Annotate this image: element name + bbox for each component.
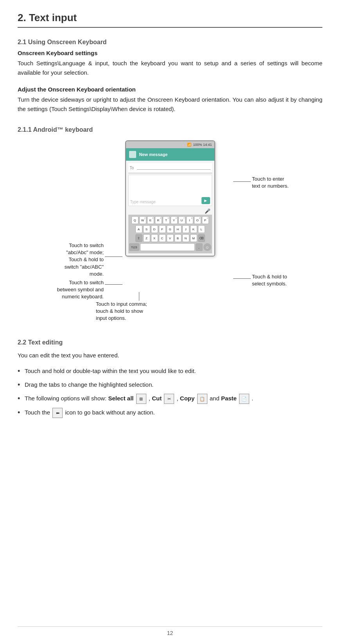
keyboard-settings-title: Onscreen Keyboard settings <box>18 50 322 56</box>
annotation-input-comma-text: Touch to input comma;touch & hold to sho… <box>96 301 147 321</box>
key-j: J <box>182 225 189 233</box>
section-2-2: 2.2 Text editing You can edit the text y… <box>18 339 322 418</box>
bullet-2: • <box>18 380 25 390</box>
bullet-3: • <box>18 394 25 404</box>
and-paste-label: and <box>210 395 221 402</box>
key-dot: . <box>196 243 203 251</box>
annotation-touch-enter-text: Touch to entertext or numbers. <box>252 176 289 189</box>
message-icon <box>129 151 136 158</box>
key-y: Y6 <box>171 216 178 224</box>
key-o: O9 <box>194 216 201 224</box>
copy-label: Copy <box>180 395 195 402</box>
mic-icon: 🎤 <box>205 208 210 214</box>
kb-row-3: ⇧ Z X C V B N M ⌫ <box>129 234 211 242</box>
message-area: Type message ▶ <box>128 175 212 206</box>
key-l: L <box>198 225 205 233</box>
page-title: 2. Text input <box>18 12 322 28</box>
key-m: M <box>190 234 197 242</box>
page-container: 2. Text input 2.1 Using Onscreen Keyboar… <box>0 0 340 644</box>
bullet-list: • Touch and hold or double-tap within th… <box>18 366 322 418</box>
bullet-1: • <box>18 366 25 376</box>
key-i: I8 <box>186 216 193 224</box>
annotation-switch-abc-text: Touch to switch"abc/Abc" mode;Touch & ho… <box>65 242 104 277</box>
annotation-line-enter <box>233 181 251 182</box>
adjust-orientation-subsection: Adjust the Onscreen Keyboard orientation… <box>18 86 322 114</box>
page-number: 12 <box>167 630 173 636</box>
key-space <box>140 243 195 251</box>
key-p: P0 <box>202 216 209 224</box>
select-all-icon: ⊞ <box>136 394 146 404</box>
back-icon: ⬅ <box>52 408 63 418</box>
keyboard-area: Q W2 E3 R4 T5 Y6 U7 I8 O9 P0 <box>128 215 212 253</box>
phone-titlebar: New message <box>126 148 214 161</box>
status-icons: 📶 <box>187 143 191 147</box>
keyboard-diagram-area: 📶 100% 14:41 New message To Type message <box>18 140 322 328</box>
adjust-orientation-body: Turn the device sideways or upright to a… <box>18 95 322 114</box>
annotation-switch-symbol-text: Touch to switchbetween symbol andnumeric… <box>57 280 104 300</box>
select-all-label: Select all <box>108 395 133 402</box>
battery-status: 100% 14:41 <box>193 143 212 147</box>
list-item-1: • Touch and hold or double-tap within th… <box>18 366 322 376</box>
annotation-touch-hold: Touch & hold toselect symbols. <box>252 273 315 287</box>
key-n: N <box>182 234 189 242</box>
section-2-1-1: 2.1.1 Android™ keyboard 📶 100% 14:41 New… <box>18 126 322 328</box>
cut-label: Cut <box>152 395 162 402</box>
copy-icon: 📋 <box>197 394 207 404</box>
annotation-line-hold <box>233 278 251 279</box>
annotation-input-comma: Touch to input comma;touch & hold to sho… <box>96 301 182 322</box>
section-2-2-header: 2.2 Text editing <box>18 339 322 346</box>
key-emoji: ☺ <box>203 243 211 251</box>
key-x: X <box>151 234 158 242</box>
paste-label: Paste <box>221 395 237 402</box>
keyboard-settings-body: Touch Settings\Language & input, touch t… <box>18 59 322 77</box>
key-d: D <box>151 225 158 233</box>
key-g: G <box>167 225 174 233</box>
key-a: A <box>135 225 142 233</box>
key-backspace: ⌫ <box>198 234 205 242</box>
key-r: R4 <box>155 216 162 224</box>
annotation-line-comma <box>139 292 139 301</box>
key-k: K <box>190 225 197 233</box>
page-footer: 12 <box>18 626 322 636</box>
key-s: S <box>143 225 150 233</box>
kb-row-2: A S D F G H J K L <box>129 225 211 233</box>
key-u: U7 <box>178 216 185 224</box>
annotation-switch-symbol: Touch to switchbetween symbol andnumeric… <box>22 279 104 301</box>
key-e: E3 <box>147 216 154 224</box>
to-label: To <box>130 166 134 170</box>
section-2-1: 2.1 Using Onscreen Keyboard Onscreen Key… <box>18 39 322 114</box>
list-item-3: • The following options will show: Selec… <box>18 394 322 404</box>
section-2-1-1-header-text: 2.1.1 Android™ keyboard <box>18 126 93 133</box>
list-item-4-text: Touch the ⬅ icon to go back without any … <box>25 408 155 418</box>
key-shift: ⇧ <box>135 234 142 242</box>
titlebar-label: New message <box>139 152 168 157</box>
kb-row-1: Q W2 E3 R4 T5 Y6 U7 I8 O9 P0 <box>129 216 211 224</box>
key-z: Z <box>143 234 150 242</box>
key-b: B <box>174 234 182 242</box>
section-2-1-1-header: 2.1.1 Android™ keyboard <box>18 126 322 133</box>
key-t: T5 <box>163 216 170 224</box>
annotation-touch-hold-text: Touch & hold toselect symbols. <box>252 274 287 287</box>
key-h: H <box>174 225 182 233</box>
phone-screenshot: 📶 100% 14:41 New message To Type message <box>125 140 215 257</box>
list-item-2: • Drag the tabs to change the highlighte… <box>18 380 322 390</box>
list-item-3-text: The following options will show: Select … <box>25 394 253 404</box>
type-message-placeholder: Type message <box>130 200 156 204</box>
key-f: F <box>159 225 166 233</box>
key-q: Q <box>131 216 139 224</box>
key-c: C <box>159 234 166 242</box>
section-2-2-intro: You can edit the text you have entered. <box>18 351 322 360</box>
section-2-1-header: 2.1 Using Onscreen Keyboard <box>18 39 322 46</box>
to-field: To <box>128 163 212 173</box>
annotation-touch-enter: Touch to entertext or numbers. <box>252 176 315 190</box>
kb-row-4: ?123 . ☺ <box>129 243 211 251</box>
annotation-line-abc <box>105 257 122 257</box>
phone-body: To Type message ▶ 🎤 Q <box>126 161 214 256</box>
list-item-2-text: Drag the tabs to change the highlighted … <box>25 380 153 389</box>
paste-icon: 📄 <box>239 394 249 404</box>
mic-row: 🎤 <box>128 208 212 215</box>
cut-icon: ✂ <box>164 394 174 404</box>
key-v: V <box>167 234 174 242</box>
period: . <box>252 395 253 402</box>
annotation-switch-abc: Touch to switch"abc/Abc" mode;Touch & ho… <box>25 242 104 278</box>
